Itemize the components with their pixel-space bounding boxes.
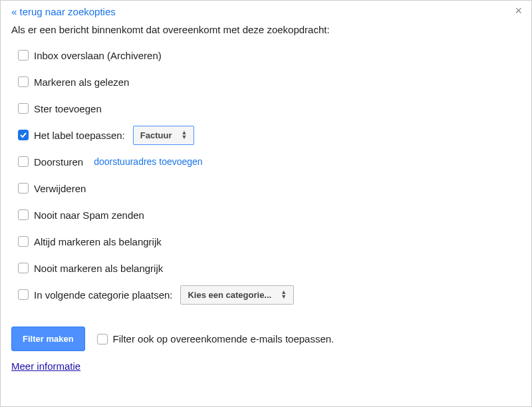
option-label: Markeren als gelezen [34,76,129,88]
options-list: Inbox overslaan (Archiveren) Markeren al… [18,42,521,308]
intro-text: Als er een bericht binnenkomt dat overee… [11,24,521,35]
checkbox-delete[interactable] [18,183,29,194]
checkbox-apply-label[interactable] [18,130,29,140]
option-label: Doorsturen [34,156,83,168]
checkbox-also-apply[interactable] [97,334,108,344]
label-select[interactable]: Factuur ▲▼ [133,126,195,145]
option-label: Verwijderen [34,183,86,194]
footer-row: Filter maken Filter ook op overeenkomend… [11,327,521,351]
option-label: Nooit naar Spam zenden [34,209,144,221]
option-categorize: In volgende categorie plaatsen: Kies een… [18,281,521,308]
option-label: Ster toevoegen [34,103,102,114]
checkbox-forward[interactable] [18,156,29,167]
label-select-value: Factuur [140,130,172,140]
checkbox-always-important[interactable] [18,236,29,247]
category-select[interactable]: Kies een categorie... ▲▼ [180,285,294,305]
option-never-spam: Nooit naar Spam zenden [18,202,521,228]
back-to-search-link[interactable]: « terug naar zoekopties [11,6,116,17]
sort-icon: ▲▼ [281,290,287,299]
more-info-link[interactable]: Meer informatie [11,360,80,372]
option-label: In volgende categorie plaatsen: [34,289,172,301]
filter-dialog: « terug naar zoekopties × Als er een ber… [0,0,532,407]
option-label: Nooit markeren als belangrijk [34,263,163,274]
sort-icon: ▲▼ [181,130,187,140]
option-delete: Verwijderen [18,175,521,202]
option-always-important: Altijd markeren als belangrijk [18,228,521,255]
option-skip-inbox: Inbox overslaan (Archiveren) [18,42,521,68]
option-star: Ster toevoegen [18,95,521,122]
checkbox-never-important[interactable] [18,263,29,273]
option-mark-read: Markeren als gelezen [18,68,521,95]
category-select-value: Kies een categorie... [188,290,271,300]
create-filter-button[interactable]: Filter maken [11,327,85,351]
option-label: Het label toepassen: [34,130,125,141]
also-apply-label: Filter ook op overeenkomende e-mails toe… [113,333,334,344]
option-apply-label: Het label toepassen: Factuur ▲▼ [18,122,521,148]
close-icon[interactable]: × [515,5,522,17]
checkbox-skip-inbox[interactable] [18,50,29,61]
also-apply-wrap: Filter ook op overeenkomende e-mails toe… [97,333,334,344]
option-label: Inbox overslaan (Archiveren) [34,50,162,61]
add-forward-address-link[interactable]: doorstuuradres toevoegen [94,156,202,167]
option-label: Altijd markeren als belangrijk [34,236,162,247]
checkbox-categorize[interactable] [18,289,29,300]
checkbox-never-spam[interactable] [18,209,29,220]
option-forward: Doorsturen doorstuuradres toevoegen [18,148,521,175]
checkbox-star[interactable] [18,103,29,114]
checkbox-mark-read[interactable] [18,76,29,87]
option-never-important: Nooit markeren als belangrijk [18,255,521,281]
